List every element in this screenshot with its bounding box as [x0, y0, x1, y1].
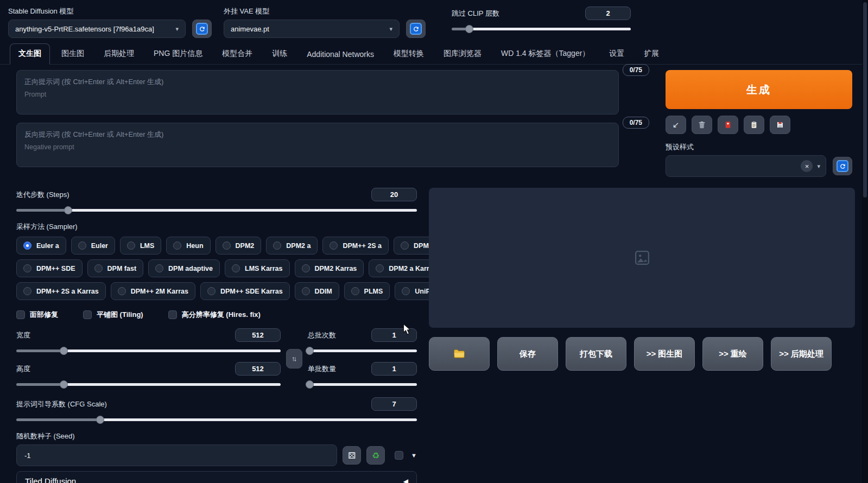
refresh-vae-button[interactable]: [406, 20, 426, 38]
seed-label: 随机数种子 (Seed): [16, 431, 417, 441]
tab-checkpoint-merger[interactable]: 模型合并: [214, 44, 261, 64]
random-seed-button[interactable]: ⚄: [343, 446, 361, 465]
positive-prompt-hint: Prompt: [24, 91, 611, 98]
tab-additional-networks[interactable]: Additional Networks: [299, 45, 382, 64]
slider-handle[interactable]: [64, 206, 72, 214]
output-gallery[interactable]: [429, 188, 855, 328]
tab-img2img[interactable]: 图生图: [53, 44, 92, 64]
negative-prompt-input[interactable]: 反向提示词 (按 Ctrl+Enter 或 Alt+Enter 生成) Nega…: [16, 123, 619, 167]
slider-handle[interactable]: [96, 416, 104, 424]
batch-size-slider[interactable]: [308, 380, 417, 389]
card-icon: [724, 120, 732, 129]
sampler-option[interactable]: DPM++ SDE Karras: [200, 282, 290, 300]
cfg-slider[interactable]: [16, 415, 417, 424]
sampler-option[interactable]: DPM++ 2M Karras: [111, 282, 195, 300]
tiled-diffusion-accordion[interactable]: Tiled Diffusion ◀: [16, 471, 417, 483]
radio-icon: [173, 242, 181, 250]
save-button[interactable]: 保存: [497, 337, 558, 371]
seed-input[interactable]: -1: [16, 444, 337, 466]
seed-dropdown-icon[interactable]: ▼: [411, 452, 417, 459]
sampler-option[interactable]: DPM adaptive: [148, 259, 220, 277]
batch-size-value[interactable]: 1: [371, 362, 417, 376]
cfg-value[interactable]: 7: [371, 397, 417, 411]
send-to-inpaint-button[interactable]: >> 重绘: [702, 337, 763, 371]
clear-prompt-button[interactable]: [692, 116, 712, 134]
sd-model-select[interactable]: anything-v5-PrtRE.safetensors [7f96a1a9c…: [8, 20, 186, 38]
tab-tagger[interactable]: WD 1.4 标签器（Tagger）: [493, 44, 598, 64]
page-scrollbar[interactable]: [862, 0, 868, 483]
tab-settings[interactable]: 设置: [601, 44, 632, 64]
slider-handle[interactable]: [465, 25, 473, 33]
paste-params-button[interactable]: ↙: [666, 116, 686, 134]
styles-select[interactable]: × ▾: [666, 155, 826, 177]
sampler-option-euler-a[interactable]: Euler a: [16, 237, 66, 255]
sampler-option[interactable]: DPM2: [216, 237, 262, 255]
radio-icon: [94, 264, 103, 272]
radio-icon: [376, 264, 384, 272]
batch-size-label: 单批数量: [308, 364, 336, 374]
clip-skip-slider[interactable]: [452, 24, 631, 33]
sd-model-group: Stable Diffusion 模型 anything-v5-PrtRE.sa…: [8, 7, 212, 38]
sampler-option[interactable]: LMS Karras: [225, 259, 289, 277]
slider-handle[interactable]: [306, 347, 314, 355]
sampler-option[interactable]: DPM fast: [87, 259, 143, 277]
clip-skip-value[interactable]: 2: [585, 7, 631, 20]
swap-arrows-icon: ↑↓: [292, 354, 295, 363]
send-to-img2img-button[interactable]: >> 图生图: [634, 337, 695, 371]
tab-train[interactable]: 训练: [264, 44, 295, 64]
batch-count-label: 总批次数: [308, 331, 336, 340]
steps-slider[interactable]: [16, 206, 417, 214]
restore-faces-checkbox[interactable]: 面部修复: [16, 310, 58, 320]
clear-styles-icon[interactable]: ×: [801, 160, 813, 172]
sampler-option[interactable]: PLMS: [344, 282, 390, 300]
steps-value[interactable]: 20: [371, 188, 417, 201]
tab-extras[interactable]: 后期处理: [96, 44, 142, 64]
tiling-checkbox[interactable]: 平铺图 (Tiling): [83, 310, 143, 320]
sampler-option[interactable]: Heun: [166, 237, 210, 255]
height-slider[interactable]: [16, 380, 281, 389]
tab-image-browser[interactable]: 图库浏览器: [435, 44, 490, 64]
sampler-option[interactable]: DPM2 Karras: [295, 259, 364, 277]
sampler-option[interactable]: Euler: [71, 237, 115, 255]
prompt-column: 正向提示词 (按 Ctrl+Enter 或 Alt+Enter 生成) Prom…: [16, 70, 619, 177]
reuse-seed-button[interactable]: ♻: [366, 446, 385, 465]
positive-prompt-input[interactable]: 正向提示词 (按 Ctrl+Enter 或 Alt+Enter 生成) Prom…: [16, 70, 619, 115]
tab-model-convert[interactable]: 模型转换: [385, 44, 432, 64]
sampler-option[interactable]: DPM++ 2S a: [322, 237, 389, 255]
sampler-option[interactable]: DPM++ 2S a Karras: [16, 282, 106, 300]
sampler-option[interactable]: LMS: [120, 237, 161, 255]
swap-dimensions-button[interactable]: ↑↓: [286, 349, 302, 368]
sampler-option[interactable]: DPM++ SDE: [16, 259, 83, 277]
open-folder-button[interactable]: [429, 337, 490, 371]
refresh-models-button[interactable]: [192, 20, 212, 38]
refresh-styles-button[interactable]: [833, 157, 852, 175]
width-slider[interactable]: [16, 346, 281, 355]
send-to-extras-button[interactable]: >> 后期处理: [771, 337, 832, 371]
sd-model-value: anything-v5-PrtRE.safetensors [7f96a1a9c…: [15, 25, 154, 33]
extra-networks-button[interactable]: [718, 116, 738, 134]
vae-select[interactable]: animevae.pt ▾: [224, 20, 400, 38]
height-label: 高度: [16, 364, 30, 374]
scrollbar-thumb[interactable]: [863, 2, 867, 198]
refresh-icon: [410, 23, 422, 35]
height-value[interactable]: 512: [235, 362, 281, 376]
hires-fix-checkbox[interactable]: 高分辨率修复 (Hires. fix): [168, 310, 261, 320]
sampler-option[interactable]: DPM2 a: [266, 237, 318, 255]
slider-handle[interactable]: [60, 380, 68, 389]
sampler-option[interactable]: DDIM: [295, 282, 339, 300]
slider-handle[interactable]: [60, 347, 68, 355]
tab-png-info[interactable]: PNG 图片信息: [145, 44, 211, 64]
apply-styles-button[interactable]: [744, 116, 764, 134]
tab-extensions[interactable]: 扩展: [636, 44, 667, 64]
save-style-button[interactable]: [770, 116, 790, 134]
negative-prompt-placeholder: 反向提示词 (按 Ctrl+Enter 或 Alt+Enter 生成): [24, 130, 611, 139]
tab-txt2img[interactable]: 文生图: [10, 43, 50, 65]
radio-icon: [302, 287, 310, 295]
slider-handle[interactable]: [306, 380, 314, 389]
extra-seed-checkbox[interactable]: [395, 451, 403, 460]
width-value[interactable]: 512: [235, 328, 281, 342]
batch-count-slider[interactable]: [308, 346, 417, 355]
batch-count-value[interactable]: 1: [371, 328, 417, 342]
zip-download-button[interactable]: 打包下载: [566, 337, 626, 371]
generate-button[interactable]: 生成: [666, 70, 852, 109]
